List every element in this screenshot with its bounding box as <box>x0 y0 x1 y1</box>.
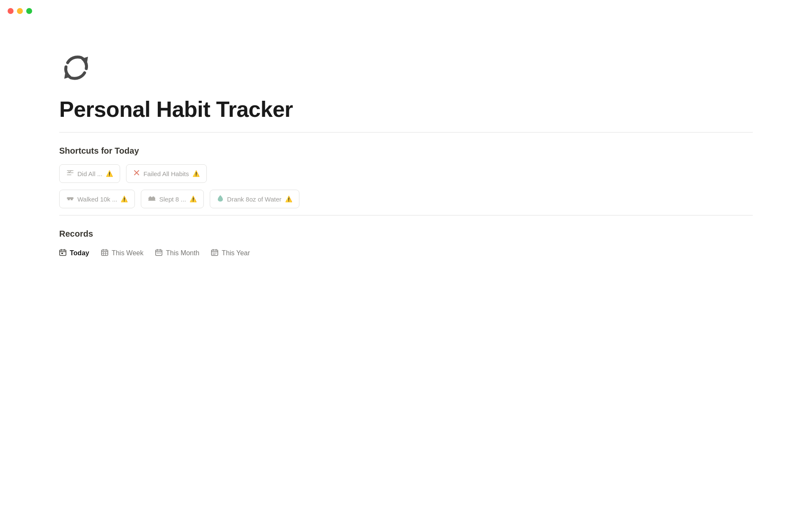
page-title: Personal Habit Tracker <box>59 97 753 122</box>
this-month-calendar-icon <box>155 249 162 257</box>
did-all-label: Did All ... <box>77 170 102 177</box>
x-icon <box>133 169 140 178</box>
this-week-label: This Week <box>112 249 143 257</box>
section-divider-bottom <box>59 215 753 215</box>
walked-warning-icon: ⚠️ <box>121 196 128 202</box>
shortcuts-section: Shortcuts for Today Did All ... ⚠️ <box>59 146 753 208</box>
records-nav: Today This Week <box>59 247 753 259</box>
walked-10k-label: Walked 10k ... <box>77 196 117 203</box>
records-nav-this-week[interactable]: This Week <box>101 247 143 259</box>
records-nav-today[interactable]: Today <box>59 247 89 259</box>
slept-warning-icon: ⚠️ <box>189 196 197 202</box>
failed-all-label: Failed All Habits <box>143 170 189 177</box>
close-button[interactable] <box>8 8 14 14</box>
shortcuts-section-title: Shortcuts for Today <box>59 146 753 156</box>
sleep-icon <box>148 194 156 204</box>
slept-8-label: Slept 8 ... <box>159 196 186 203</box>
walked-10k-button[interactable]: Walked 10k ... ⚠️ <box>59 190 135 208</box>
drank-water-button[interactable]: Drank 8oz of Water ⚠️ <box>210 190 299 208</box>
svg-rect-9 <box>71 199 73 200</box>
slept-8-button[interactable]: Slept 8 ... ⚠️ <box>141 190 203 208</box>
svg-rect-8 <box>68 199 70 200</box>
refresh-icon <box>59 51 93 85</box>
today-label: Today <box>70 249 89 257</box>
page-icon <box>59 51 753 86</box>
records-nav-this-month[interactable]: This Month <box>155 247 199 259</box>
shortcuts-row-2: Walked 10k ... ⚠️ Slept 8 ... ⚠️ <box>59 190 753 208</box>
water-icon <box>217 194 224 204</box>
minimize-button[interactable] <box>17 8 23 14</box>
section-divider-top <box>59 132 753 133</box>
records-section: Records Today <box>59 229 753 259</box>
svg-rect-12 <box>152 196 154 198</box>
page-content: Personal Habit Tracker Shortcuts for Tod… <box>0 0 812 284</box>
walk-icon <box>66 194 74 204</box>
water-warning-icon: ⚠️ <box>285 196 292 202</box>
records-section-title: Records <box>59 229 753 239</box>
svg-rect-19 <box>102 250 108 256</box>
failed-all-button[interactable]: Failed All Habits ⚠️ <box>126 164 207 183</box>
svg-point-32 <box>160 253 161 254</box>
shortcuts-row-1: Did All ... ⚠️ Failed All Habits ⚠️ <box>59 164 753 183</box>
did-all-button[interactable]: Did All ... ⚠️ <box>59 164 120 183</box>
this-week-calendar-icon <box>101 249 108 257</box>
failed-all-warning-icon: ⚠️ <box>192 170 200 177</box>
titlebar <box>0 0 812 22</box>
this-year-label: This Year <box>222 249 250 257</box>
svg-rect-18 <box>61 253 63 254</box>
today-calendar-icon <box>59 249 66 257</box>
svg-point-30 <box>157 253 158 254</box>
this-month-label: This Month <box>166 249 199 257</box>
svg-rect-7 <box>67 197 74 199</box>
svg-point-31 <box>159 253 159 254</box>
checklist-icon <box>66 169 74 178</box>
did-all-warning-icon: ⚠️ <box>106 170 113 177</box>
maximize-button[interactable] <box>26 8 32 14</box>
drank-water-label: Drank 8oz of Water <box>227 196 282 203</box>
svg-rect-11 <box>149 196 151 198</box>
this-year-calendar-icon <box>211 249 218 257</box>
records-nav-this-year[interactable]: This Year <box>211 247 250 259</box>
